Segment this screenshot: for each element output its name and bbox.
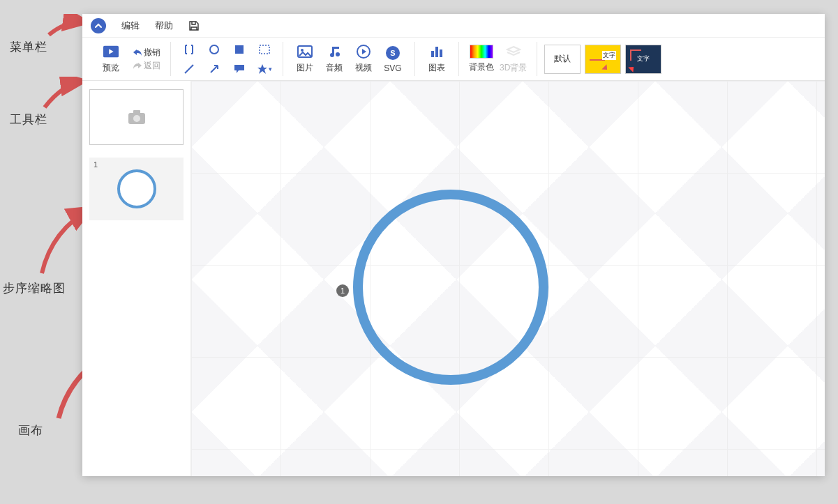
shape-square-button[interactable]	[230, 42, 249, 57]
redo-icon	[133, 61, 142, 70]
video-button[interactable]: 视频	[349, 44, 378, 74]
bar-chart-icon	[429, 44, 444, 59]
layers-icon	[506, 44, 521, 59]
chart-label: 图表	[428, 62, 445, 74]
redo-button[interactable]: 返回	[130, 60, 163, 72]
template-default-label: 默认	[554, 53, 571, 65]
menubar: 编辑 帮助	[82, 14, 825, 38]
shape-bracket-button[interactable]	[179, 42, 199, 57]
shape-arrow-button[interactable]	[204, 61, 224, 77]
svg-rect-11	[431, 51, 434, 57]
annotation-toolbar: 工具栏	[10, 112, 47, 128]
svg-rect-13	[440, 49, 442, 57]
toolbar-group-shapes: ▾	[170, 42, 283, 76]
step-marker[interactable]: 1	[336, 284, 349, 297]
step-thumbnail-1[interactable]: 1	[89, 158, 184, 220]
annotation-thumbnails: 步序缩略图	[3, 280, 66, 296]
bgcolor-button[interactable]: 背景色	[466, 45, 497, 73]
template-dark[interactable]: 文字	[625, 45, 661, 74]
undo-button[interactable]: 撤销	[130, 47, 163, 59]
overview-thumbnail[interactable]	[89, 89, 184, 145]
thumbnail-circle-icon	[117, 169, 156, 208]
shape-circle-button[interactable]	[204, 42, 224, 57]
template-dark-label: 文字	[637, 54, 650, 63]
shape-line-button[interactable]	[179, 61, 199, 77]
toolbar-group-bg: 背景色 3D背景	[458, 42, 537, 76]
menu-help[interactable]: 帮助	[155, 20, 173, 32]
save-icon	[188, 20, 200, 31]
shape-speech-button[interactable]	[230, 61, 249, 77]
music-note-icon	[327, 44, 342, 59]
undo-icon	[133, 48, 142, 56]
svg-point-1	[210, 45, 218, 54]
svg-rect-15	[133, 110, 140, 114]
toolbar-group-media: 图片 音频 视频 S SVG	[283, 42, 414, 76]
audio-label: 音频	[326, 62, 343, 74]
app-logo-icon[interactable]	[91, 18, 106, 33]
preview-label: 预览	[103, 62, 119, 74]
toolbar-group-nav: 预览 撤销 返回	[89, 42, 170, 76]
undo-label: 撤销	[144, 47, 160, 59]
canvas[interactable]: 1	[191, 81, 825, 476]
menu-edit[interactable]: 编辑	[121, 20, 140, 32]
audio-button[interactable]: 音频	[320, 44, 349, 74]
bg3d-label: 3D背景	[500, 62, 527, 74]
svg-button[interactable]: S SVG	[378, 45, 407, 73]
annotation-canvas: 画布	[18, 422, 43, 438]
toolbar-group-chart: 图表	[414, 42, 458, 76]
chart-button[interactable]: 图表	[422, 44, 451, 74]
template-yellow-label: 文字	[602, 51, 616, 60]
annotation-menubar: 菜单栏	[10, 39, 47, 55]
app-window: 编辑 帮助 预览 撤销 返回	[82, 14, 825, 476]
image-label: 图片	[297, 62, 313, 74]
play-icon	[103, 44, 119, 59]
shape-marquee-button[interactable]	[255, 42, 274, 57]
step-number: 1	[93, 160, 98, 169]
template-yellow[interactable]: 文字	[585, 45, 621, 74]
svg-point-16	[133, 115, 140, 122]
bg3d-button: 3D背景	[497, 44, 530, 74]
shape-star-button[interactable]: ▾	[255, 61, 274, 77]
svg-rect-2	[235, 45, 244, 54]
preview-button[interactable]: 预览	[96, 44, 126, 74]
toolbar-group-templates: 默认 文字 文字	[537, 42, 668, 76]
svg-text:S: S	[390, 49, 395, 57]
thumbnail-rail: 1	[82, 81, 191, 476]
camera-icon	[127, 109, 147, 125]
svg-rect-12	[435, 47, 438, 57]
image-button[interactable]: 图片	[290, 44, 320, 74]
video-icon	[356, 44, 371, 59]
video-label: 视频	[355, 62, 372, 74]
rainbow-icon	[470, 45, 493, 59]
toolbar: 预览 撤销 返回 ▾	[82, 38, 825, 81]
svg-label: SVG	[384, 63, 401, 73]
redo-label: 返回	[144, 60, 160, 72]
save-button[interactable]	[188, 20, 200, 31]
svg-line-4	[185, 65, 193, 73]
template-default[interactable]: 默认	[544, 45, 581, 74]
bgcolor-label: 背景色	[469, 61, 494, 73]
svg-rect-3	[260, 45, 269, 54]
image-icon	[297, 44, 313, 59]
svg-icon: S	[385, 45, 401, 61]
svg-point-7	[336, 52, 340, 56]
svg-point-6	[301, 49, 304, 52]
canvas-circle-shape[interactable]	[353, 190, 548, 385]
